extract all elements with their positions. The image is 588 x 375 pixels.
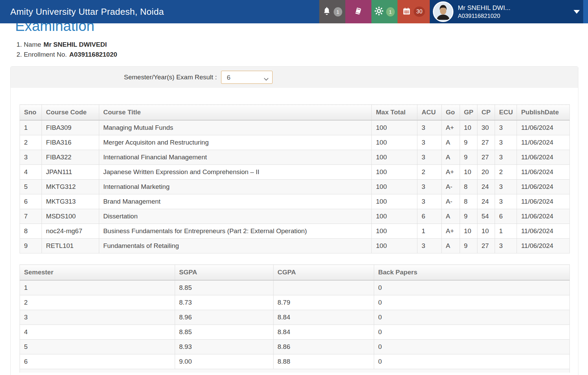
column-header: GP [460, 105, 477, 121]
table-cell: A- [441, 194, 460, 209]
table-row: 9RETL101Fundamentals of Retailing1003A92… [20, 239, 570, 253]
table-cell: 1 [20, 280, 175, 295]
table-cell: 11/06/2024 [517, 194, 570, 209]
table-cell: A [441, 150, 460, 165]
semester-select-wrap: 6 [221, 71, 273, 84]
gear-icon [374, 6, 384, 17]
table-cell: JPAN111 [42, 165, 99, 180]
results-table: SnoCourse CodeCourse TitleMax TotalACUGo… [20, 104, 570, 253]
table-cell: 3 [20, 310, 175, 325]
column-header: SGPA [175, 265, 273, 281]
table-row: 38.968.840 [20, 310, 570, 325]
table-cell: 0 [374, 340, 569, 354]
table-cell: 6 [417, 209, 441, 224]
table-cell: 3 [417, 150, 441, 165]
table-cell: 1 [417, 224, 441, 239]
semester-select[interactable]: 6 [221, 71, 273, 84]
table-cell: 2 [20, 135, 42, 150]
table-row: 6MKTG313Brand Management1003A-824311/06/… [20, 194, 570, 209]
table-cell: 7 [20, 209, 42, 224]
calendar-badge: 30 [414, 7, 425, 17]
table-cell: 3 [417, 194, 441, 209]
calendar-button[interactable]: 30 [397, 0, 430, 23]
table-cell: 100 [372, 239, 417, 253]
table-cell: Dissertation [99, 209, 372, 224]
table-cell: 3 [495, 180, 517, 194]
table-cell: 3 [417, 180, 441, 194]
summary-table: SemesterSGPACGPABack Papers 18.85028.738… [20, 264, 570, 369]
table-cell: 11/06/2024 [517, 165, 570, 180]
table-cell: 11/06/2024 [517, 239, 570, 253]
table-cell: 3 [417, 239, 441, 253]
avatar [433, 1, 453, 22]
table-cell: 100 [372, 120, 417, 135]
table-cell: A+ [441, 120, 460, 135]
table-cell: 9 [460, 135, 477, 150]
table-cell: 10 [477, 224, 495, 239]
notifications-badge: 1 [334, 7, 342, 16]
calendar-icon [402, 7, 411, 17]
table-cell: 0 [374, 310, 569, 325]
bell-icon [322, 7, 331, 17]
table-cell: 24 [477, 194, 495, 209]
table-cell: 11/06/2024 [517, 180, 570, 194]
semester-selector-panel: Semester/Year(s) Exam Result : 6 [11, 67, 578, 88]
table-cell: 20 [477, 165, 495, 180]
table-cell: RETL101 [42, 239, 99, 253]
table-cell: 3 [495, 150, 517, 165]
table-cell: 8.73 [175, 295, 273, 310]
partial-table-row [20, 369, 570, 373]
table-cell: 3 [417, 135, 441, 150]
scrollbar-thumb[interactable] [583, 0, 588, 23]
column-header: Sno [20, 105, 42, 121]
table-row: 69.008.880 [20, 354, 570, 369]
column-header: PublishDate [517, 105, 570, 121]
app-title: Amity University Uttar Pradesh, Noida [10, 7, 164, 17]
table-cell: 4 [20, 165, 42, 180]
table-cell: 6 [20, 354, 175, 369]
results-table-header-row: SnoCourse CodeCourse TitleMax TotalACUGo… [20, 105, 570, 121]
table-cell: 10 [460, 120, 477, 135]
table-cell: 2 [417, 165, 441, 180]
student-info-list: 1. NameMr SNEHIL DWIVEDI 2. Enrollment N… [16, 39, 588, 59]
info-number: 2. [16, 51, 22, 58]
enrollment-value: A039116821020 [69, 51, 117, 58]
table-cell: 8.84 [273, 310, 374, 325]
info-number: 1. [16, 41, 22, 48]
chevron-down-icon [574, 10, 580, 14]
table-cell [273, 280, 374, 295]
table-cell: 8 [20, 224, 42, 239]
table-row: 18.850 [20, 280, 570, 295]
table-cell: 8.84 [273, 325, 374, 340]
semester-select-label: Semester/Year(s) Exam Result : [124, 73, 217, 81]
card-body: SnoCourse CodeCourse TitleMax TotalACUGo… [11, 88, 578, 373]
table-cell: 24 [477, 180, 495, 194]
table-cell: FIBA309 [42, 120, 99, 135]
table-cell: 11/06/2024 [517, 135, 570, 150]
column-header: ECU [495, 105, 517, 121]
table-cell: 8.93 [175, 340, 273, 354]
library-button[interactable] [345, 0, 371, 23]
user-name: Mr SNEHIL DWI... [458, 4, 510, 12]
table-cell: 3 [495, 120, 517, 135]
table-cell: 100 [372, 135, 417, 150]
column-header: Go [441, 105, 460, 121]
info-label: Name [24, 41, 41, 48]
table-cell: 3 [495, 239, 517, 253]
table-cell: 3 [495, 135, 517, 150]
table-cell: 0 [374, 354, 569, 369]
table-cell: 27 [477, 239, 495, 253]
table-cell: 8.96 [175, 310, 273, 325]
table-row: 7MSDS100Dissertation1006A954611/06/2024 [20, 209, 570, 224]
table-cell: MKTG313 [42, 194, 99, 209]
table-cell: 100 [372, 150, 417, 165]
table-cell: 5 [20, 340, 175, 354]
table-cell: 3 [495, 194, 517, 209]
settings-button[interactable]: 1 [371, 0, 397, 23]
user-menu[interactable]: Mr SNEHIL DWI... A039116821020 [430, 0, 588, 23]
table-cell: 1 [495, 224, 517, 239]
notifications-button[interactable]: 1 [319, 0, 345, 23]
enrollment-row: 2. Enrollment No.A039116821020 [16, 49, 588, 59]
table-cell: 8.79 [273, 295, 374, 310]
column-header: CP [477, 105, 495, 121]
